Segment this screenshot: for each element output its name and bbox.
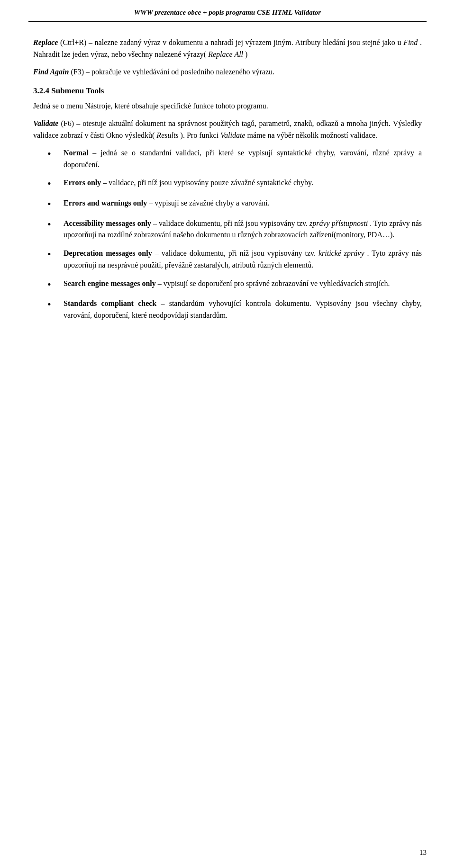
bullet-text-search-engine: Search engine messages only – vypisují s… xyxy=(64,278,422,290)
standards-label: Standards compliant check xyxy=(64,299,156,307)
bullet-icon: • xyxy=(47,147,61,161)
validate-label-2: Validate xyxy=(220,131,245,139)
errors-warnings-text: – vypisují se závažné chyby a varování. xyxy=(149,199,270,207)
validate-paragraph: Validate (F6) – otestuje aktuální dokume… xyxy=(33,118,422,142)
bullet-text-errors-warnings: Errors and warnings only – vypisují se z… xyxy=(64,197,422,209)
bullet-text-standards: Standards compliant check – standardům v… xyxy=(64,298,422,322)
errors-warnings-label: Errors and warnings only xyxy=(64,199,147,207)
deprecation-italic: kritické zprávy xyxy=(318,249,364,257)
bullet-text-accessibility: Accessibility messages only – validace d… xyxy=(64,218,422,242)
accessibility-italic: zprávy přístupnosti xyxy=(309,219,368,227)
errors-only-label: Errors only xyxy=(64,179,101,187)
list-item: • Standards compliant check – standardům… xyxy=(33,298,422,322)
deprecation-text-1: – validace dokumentu, při níž jsou vypis… xyxy=(155,249,318,257)
header-title: WWW prezentace obce + popis programu CSE… xyxy=(134,9,321,16)
bullet-icon: • xyxy=(47,197,61,211)
normal-label: Normal xyxy=(64,149,88,157)
validate-text-3: máme na výběr několik možností validace. xyxy=(247,131,377,139)
page: WWW prezentace obce + popis programu CSE… xyxy=(0,0,455,868)
list-item: • Accessibility messages only – validace… xyxy=(33,218,422,242)
intro-text-3: ) xyxy=(245,50,247,58)
bullet-icon: • xyxy=(47,248,61,261)
validation-options-list: • Normal – jedná se o standardní validac… xyxy=(33,147,422,322)
page-header: WWW prezentace obce + popis programu CSE… xyxy=(28,0,427,22)
list-item: • Errors and warnings only – vypisují se… xyxy=(33,197,422,211)
intro-text-4: (F3) – pokračuje ve vyhledávání od posle… xyxy=(71,68,274,76)
list-item: • Deprecation messages only – validace d… xyxy=(33,248,422,271)
intro-paragraph-2: Find Again (F3) – pokračuje ve vyhledává… xyxy=(33,66,422,78)
section-heading: 3.2.4 Submenu Tools xyxy=(33,86,422,96)
find-again-label: Find Again xyxy=(33,68,69,76)
bullet-icon: • xyxy=(47,298,61,312)
list-item: • Normal – jedná se o standardní validac… xyxy=(33,147,422,171)
bullet-text-errors-only: Errors only – validace, při níž jsou vyp… xyxy=(64,177,422,189)
normal-text: – jedná se o standardní validaci, při kt… xyxy=(64,149,422,169)
intro-paragraph-1: Replace (Ctrl+R) – nalezne zadaný výraz … xyxy=(33,37,422,61)
search-engine-text: – vypisují se doporučení pro správné zob… xyxy=(158,279,390,287)
bullet-text-normal: Normal – jedná se o standardní validaci,… xyxy=(64,147,422,171)
replace-all-label: Replace All xyxy=(208,50,243,58)
section-desc: Jedná se o menu Nástroje, které obsahuje… xyxy=(33,100,422,112)
find-label: Find xyxy=(403,38,418,46)
bullet-text-deprecation: Deprecation messages only – validace dok… xyxy=(64,248,422,271)
list-item: • Errors only – validace, při níž jsou v… xyxy=(33,177,422,191)
accessibility-text-1: – validace dokumentu, při níž jsou vypis… xyxy=(153,219,309,227)
replace-label: Replace xyxy=(33,38,58,46)
bullet-icon: • xyxy=(47,218,61,232)
bullet-icon: • xyxy=(47,177,61,191)
errors-only-text: – validace, při níž jsou vypisovány pouz… xyxy=(103,179,313,187)
bullet-icon: • xyxy=(47,278,61,292)
validate-label: Validate xyxy=(33,119,58,127)
deprecation-label: Deprecation messages only xyxy=(64,249,152,257)
intro-text-1: (Ctrl+R) – nalezne zadaný výraz v dokume… xyxy=(60,38,403,46)
validate-text-2: ). Pro funkci xyxy=(181,131,220,139)
accessibility-label: Accessibility messages only xyxy=(64,219,151,227)
main-content: Replace (Ctrl+R) – nalezne zadaný výraz … xyxy=(28,37,427,322)
results-label: Results xyxy=(156,131,178,139)
page-number: 13 xyxy=(419,849,427,857)
list-item: • Search engine messages only – vypisují… xyxy=(33,278,422,292)
search-engine-label: Search engine messages only xyxy=(64,279,156,287)
